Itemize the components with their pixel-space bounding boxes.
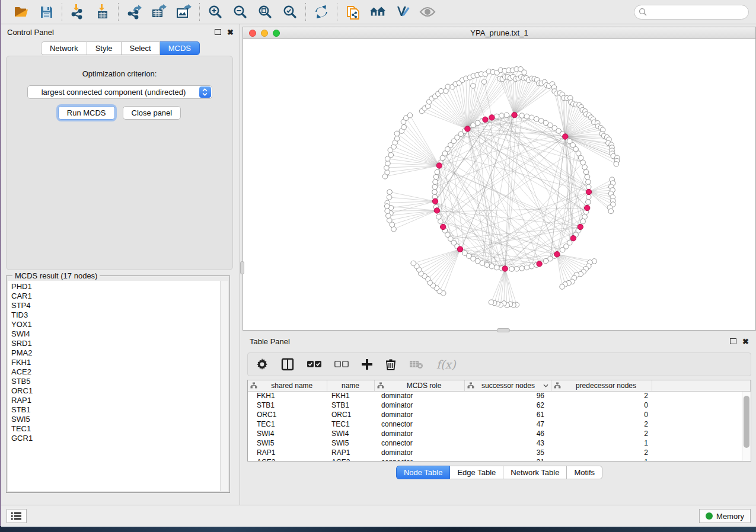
column-header-predecessor-nodes[interactable]: predecessor nodes (551, 380, 652, 391)
function-builder-icon[interactable]: f(x) (436, 358, 456, 371)
tab-motifs[interactable]: Motifs (567, 466, 602, 479)
cell-predecessor-nodes[interactable]: 2 (551, 448, 652, 457)
cell-shared-name[interactable]: FKH1 (248, 391, 327, 400)
mcds-hub-node[interactable] (537, 261, 542, 267)
mcds-result-item[interactable]: SRD1 (11, 339, 220, 348)
column-header-name[interactable]: name (327, 380, 374, 391)
table-row[interactable]: FKH1FKH1dominator962 (248, 391, 751, 400)
table-row[interactable]: SWI4SWI4dominator462 (248, 429, 751, 438)
cell-predecessor-nodes[interactable]: 2 (551, 391, 652, 400)
cell-MCDS-role[interactable]: connector (374, 419, 464, 429)
cell-predecessor-nodes[interactable]: 2 (551, 429, 652, 438)
mcds-hub-node[interactable] (432, 198, 438, 204)
table-row[interactable]: ORC1ORC1dominator610 (248, 410, 751, 419)
cell-name[interactable]: ORC1 (327, 410, 374, 419)
table-row[interactable]: RAP1RAP1dominator352 (248, 448, 751, 457)
mcds-hub-node[interactable] (489, 115, 495, 120)
mcds-hub-node[interactable] (578, 224, 583, 229)
float-panel-icon[interactable] (215, 29, 221, 35)
cell-MCDS-role[interactable]: dominator (374, 410, 464, 419)
mcds-result-item[interactable]: SWI5 (11, 415, 220, 424)
export-network-icon[interactable] (126, 4, 142, 20)
mcds-result-item[interactable]: TEC1 (11, 424, 220, 434)
mcds-result-item[interactable]: PHD1 (11, 282, 220, 291)
cell-successor-nodes[interactable]: 31 (464, 457, 551, 462)
network-from-selection-icon[interactable] (344, 4, 361, 20)
search-input[interactable] (634, 5, 749, 20)
cell-shared-name[interactable]: SWI5 (248, 438, 327, 448)
cell-successor-nodes[interactable]: 43 (464, 438, 551, 448)
zoom-in-icon[interactable] (207, 4, 224, 20)
cell-name[interactable]: TEC1 (327, 419, 374, 429)
network-canvas[interactable] (243, 39, 755, 330)
zoom-out-icon[interactable] (232, 4, 248, 20)
mcds-result-item[interactable]: STB1 (11, 405, 220, 415)
cell-successor-nodes[interactable]: 35 (464, 448, 551, 457)
mcds-result-item[interactable]: FKH1 (11, 358, 220, 367)
criterion-select[interactable]: largest connected component (undirected) (27, 85, 212, 99)
zoom-fit-icon[interactable] (257, 4, 273, 20)
cell-successor-nodes[interactable]: 62 (464, 400, 551, 410)
panel-splitter-handle[interactable] (240, 261, 244, 274)
table-row[interactable]: SWI5SWI5connector431 (248, 438, 751, 448)
mcds-result-item[interactable]: SWI4 (11, 329, 220, 339)
tab-network[interactable]: Network (41, 41, 87, 55)
cell-shared-name[interactable]: RAP1 (248, 448, 327, 457)
cell-successor-nodes[interactable]: 46 (464, 429, 551, 438)
export-image-icon[interactable] (176, 4, 192, 20)
cell-MCDS-role[interactable]: dominator (374, 391, 464, 400)
delete-table-icon[interactable] (409, 357, 423, 372)
column-header-MCDS-role[interactable]: MCDS role (374, 380, 464, 391)
import-table-icon[interactable] (94, 4, 111, 20)
mcds-result-item[interactable]: TID3 (11, 310, 220, 320)
tab-node-table[interactable]: Node Table (396, 466, 451, 479)
cell-MCDS-role[interactable]: connector (374, 457, 464, 462)
cell-predecessor-nodes[interactable]: 1 (551, 438, 652, 448)
cell-name[interactable]: SWI5 (327, 438, 374, 448)
show-columns-icon[interactable] (281, 357, 294, 372)
mcds-hub-node[interactable] (436, 163, 442, 168)
add-column-icon[interactable] (362, 357, 372, 372)
cell-MCDS-role[interactable]: dominator (374, 400, 464, 410)
mcds-hub-node[interactable] (465, 126, 470, 132)
cell-successor-nodes[interactable]: 47 (464, 419, 551, 429)
table-row[interactable]: STB1STB1dominator620 (248, 400, 751, 410)
table-settings-gear-icon[interactable] (256, 357, 268, 372)
mcds-result-item[interactable]: RAP1 (11, 396, 220, 405)
table-scrollbar[interactable] (742, 392, 751, 461)
table-scrollbar-thumb[interactable] (744, 396, 749, 448)
memory-button[interactable]: Memory (699, 509, 751, 523)
mcds-hub-node[interactable] (457, 246, 462, 252)
column-header-shared-name[interactable]: shared name (248, 380, 327, 391)
close-panel-button[interactable]: Close panel (123, 106, 181, 120)
tab-select[interactable]: Select (122, 41, 160, 55)
save-session-icon[interactable] (38, 4, 55, 20)
mcds-result-item[interactable]: GCR1 (11, 434, 220, 443)
cell-successor-nodes[interactable]: 96 (464, 391, 551, 400)
mcds-hub-node[interactable] (586, 189, 591, 194)
cell-predecessor-nodes[interactable]: 1 (551, 457, 652, 462)
table-row[interactable]: TEC1TEC1connector472 (248, 419, 751, 429)
cell-shared-name[interactable]: ORC1 (248, 410, 327, 419)
table-splitter-handle[interactable] (497, 328, 510, 332)
tab-mcds[interactable]: MCDS (160, 41, 200, 55)
style-edit-icon[interactable] (394, 4, 411, 20)
mcds-hub-node[interactable] (502, 266, 508, 271)
mcds-hub-node[interactable] (585, 205, 590, 210)
mcds-hub-node[interactable] (554, 252, 560, 257)
import-network-icon[interactable] (69, 4, 86, 20)
tab-edge-table[interactable]: Edge Table (450, 466, 503, 479)
mcds-result-item[interactable]: STB5 (11, 377, 220, 386)
deselect-all-icon[interactable] (334, 357, 349, 372)
export-table-icon[interactable] (151, 4, 167, 20)
cell-name[interactable]: RAP1 (327, 448, 374, 457)
mcds-hub-node[interactable] (434, 208, 439, 213)
tab-style[interactable]: Style (87, 41, 122, 55)
mcds-result-item[interactable]: STP4 (11, 301, 220, 310)
cell-shared-name[interactable]: ACE2 (248, 457, 327, 462)
cell-MCDS-role[interactable]: dominator (374, 448, 464, 457)
run-mcds-button[interactable]: Run MCDS (58, 106, 115, 120)
tab-network-table[interactable]: Network Table (503, 466, 567, 479)
cell-MCDS-role[interactable]: dominator (374, 429, 464, 438)
mcds-hub-node[interactable] (512, 112, 517, 117)
